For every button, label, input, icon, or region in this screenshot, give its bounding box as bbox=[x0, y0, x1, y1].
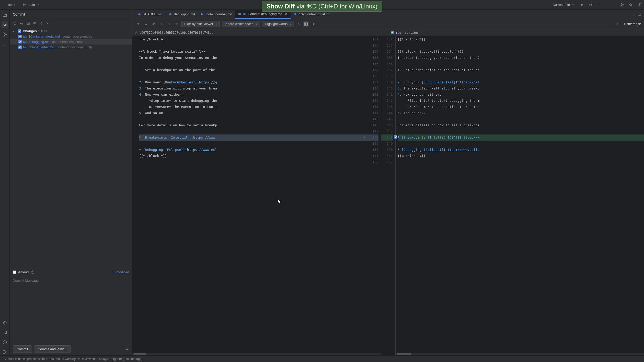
diff-left-pane[interactable]: ✓{{% /block %}} {{% block "java,kotlin,s… bbox=[132, 36, 381, 355]
dirty-indicator-icon: ⇄ bbox=[238, 12, 241, 16]
search-icon[interactable] bbox=[629, 3, 633, 7]
back-icon[interactable] bbox=[158, 21, 164, 27]
commit-push-button[interactable]: Commit and Push... bbox=[34, 345, 71, 353]
svg-rect-15 bbox=[3, 35, 4, 36]
code-line: {{% block "java,kotlin,scala" %}} bbox=[139, 49, 367, 55]
collab-icon[interactable] bbox=[620, 3, 624, 7]
tab-label: README.md bbox=[143, 12, 163, 16]
line-number: 149 bbox=[381, 141, 393, 147]
editor-tab[interactable]: M↓README.md bbox=[134, 10, 166, 19]
changes-checkbox[interactable] bbox=[18, 29, 21, 33]
line-number: 133 bbox=[381, 42, 393, 49]
more-icon[interactable]: ⋮ bbox=[631, 12, 635, 16]
shelve-icon[interactable] bbox=[26, 21, 30, 25]
list-icon[interactable] bbox=[174, 21, 179, 27]
code-line bbox=[398, 73, 644, 79]
git-icon[interactable] bbox=[2, 349, 8, 355]
markdown-file-icon: M↓ bbox=[294, 13, 297, 16]
rollback-icon[interactable] bbox=[19, 21, 24, 25]
more-icon[interactable]: ⋮ bbox=[597, 3, 601, 7]
diff-header-right: Your version ✓ bbox=[388, 29, 644, 36]
services-icon[interactable] bbox=[2, 320, 8, 326]
run-icon[interactable] bbox=[580, 3, 584, 7]
close-icon[interactable]: ✕ bbox=[296, 21, 301, 27]
markdown-file-icon: M↓ bbox=[23, 35, 27, 38]
commit-message-input[interactable]: Commit Message bbox=[10, 276, 132, 343]
project-dropdown[interactable]: docs ▾ bbox=[3, 2, 17, 8]
close-icon[interactable]: ✕ bbox=[285, 12, 288, 16]
terminal-icon[interactable] bbox=[2, 329, 8, 336]
svg-point-26 bbox=[5, 352, 6, 352]
run-config-dropdown[interactable]: Current File ▾ bbox=[550, 2, 576, 8]
structure-icon[interactable] bbox=[2, 31, 8, 38]
line-number: 132 bbox=[381, 36, 393, 42]
code-line: 3. The execution will stop at your brea bbox=[139, 85, 367, 92]
editor-tab[interactable]: M↓debugging.md bbox=[166, 10, 198, 19]
changes-root[interactable]: ▾ Changes 3 files bbox=[10, 28, 132, 34]
viewer-mode-dropdown[interactable]: Side-by-side viewer ▾ bbox=[181, 21, 220, 27]
hint-overlay: Show Diff via ⌘D (Ctrl+D for Win/Linux) bbox=[262, 1, 382, 12]
problems-icon[interactable] bbox=[2, 339, 8, 346]
run-config-label: Current File bbox=[553, 3, 570, 7]
code-line bbox=[139, 159, 367, 165]
svg-point-30 bbox=[126, 349, 128, 350]
your-version-checkbox[interactable] bbox=[391, 31, 394, 34]
line-number: 138 bbox=[381, 73, 393, 79]
file-item[interactable]: M↓ 10-minute-tutorial.md content/docs/gu… bbox=[10, 34, 132, 39]
status-problems[interactable]: Commit contains problems: 10 errors and … bbox=[4, 357, 110, 361]
diff-body: ✓{{% /block %}} {{% block "java,kotlin,s… bbox=[132, 36, 644, 355]
code-line: - *Step into* to start debugging the bbox=[139, 98, 367, 104]
markdown-file-icon: M↓ bbox=[137, 13, 141, 16]
line-number: 135 bbox=[381, 55, 393, 61]
expand-icon[interactable] bbox=[39, 21, 43, 25]
prev-change-icon[interactable] bbox=[135, 21, 141, 27]
commit-button[interactable]: Commit bbox=[13, 345, 32, 353]
amend-checkbox[interactable] bbox=[13, 270, 16, 274]
whitespace-dropdown[interactable]: Ignore whitespaces ▾ bbox=[222, 21, 260, 27]
file-item[interactable]: M↓ debugging.md content/docs/cucumber bbox=[10, 39, 132, 44]
apply-right-icon[interactable]: » bbox=[364, 134, 366, 141]
sync-scroll-icon[interactable] bbox=[303, 21, 309, 27]
debug-icon[interactable] bbox=[589, 3, 593, 7]
svg-line-4 bbox=[591, 4, 592, 4]
branch-dropdown[interactable]: main ▾ bbox=[20, 2, 41, 8]
code-line: * [Debugging (Eclipse)](https://www.ecli… bbox=[398, 147, 644, 153]
code-line: 2. Run your [RunCucumberTest](https://g bbox=[139, 79, 367, 85]
refresh-icon[interactable] bbox=[13, 21, 17, 25]
commit-view-icon[interactable] bbox=[2, 21, 8, 28]
file-checkbox[interactable] bbox=[18, 40, 22, 43]
highlight-dropdown[interactable]: Highlight words ▾ bbox=[262, 21, 294, 27]
chevron-down-icon: ▾ bbox=[572, 4, 574, 6]
code-line: * [Debugging (Eclipse)](https://www.ecl bbox=[139, 147, 367, 153]
status-ignore[interactable]: Ignore (a minute ago) bbox=[113, 357, 143, 361]
diff-right-pane[interactable]: {{% /block %}} {{% block "java,kotlin,sc… bbox=[396, 36, 644, 355]
file-item[interactable]: M↓ not-cucumber.md content/docs/communit… bbox=[10, 44, 132, 50]
forward-icon[interactable] bbox=[166, 21, 172, 27]
scrollbar-horizontal-left[interactable] bbox=[132, 353, 381, 355]
file-name: 10-minute-tutorial.md bbox=[29, 35, 60, 38]
preview-icon[interactable] bbox=[33, 21, 37, 25]
edit-icon[interactable] bbox=[151, 21, 156, 27]
line-number: 146 bbox=[381, 122, 393, 128]
modified-count[interactable]: 3 modified bbox=[114, 270, 129, 274]
gear-icon[interactable] bbox=[125, 347, 129, 351]
notifications-icon[interactable] bbox=[638, 12, 642, 16]
chevron-down-icon: ▾ bbox=[14, 4, 15, 6]
line-number: 149 bbox=[367, 141, 378, 147]
project-view-icon[interactable] bbox=[2, 12, 8, 18]
next-change-icon[interactable] bbox=[143, 21, 149, 27]
scrollbar-horizontal-right[interactable] bbox=[396, 353, 644, 355]
history-icon[interactable] bbox=[31, 270, 34, 274]
line-number: 135 bbox=[367, 55, 378, 61]
more-tools-icon[interactable]: … bbox=[2, 41, 8, 48]
gear-icon[interactable] bbox=[311, 21, 317, 27]
file-checkbox[interactable] bbox=[18, 46, 22, 49]
next-file-icon[interactable] bbox=[615, 21, 620, 27]
close-icon[interactable]: ✕ bbox=[46, 21, 49, 25]
file-checkbox[interactable] bbox=[18, 35, 22, 38]
hint-rest: via ⌘D (Ctrl+D for Win/Linux) bbox=[295, 3, 377, 10]
line-number: 144 bbox=[381, 110, 393, 116]
chevron-down-icon: ▾ bbox=[216, 23, 217, 25]
editor-tab[interactable]: M↓not-cucumber.md bbox=[198, 10, 235, 19]
code-line bbox=[139, 42, 367, 49]
